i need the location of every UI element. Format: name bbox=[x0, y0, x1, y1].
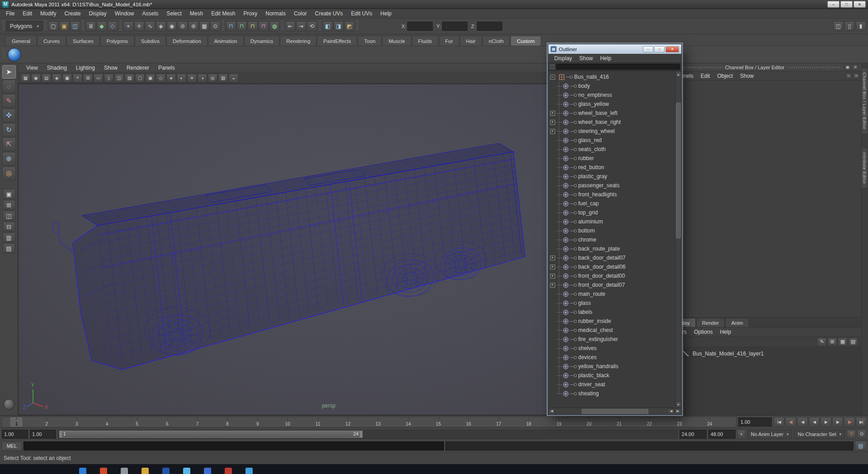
outliner-maximize-button[interactable]: □ bbox=[654, 46, 665, 52]
outliner-close-button[interactable]: ✕ bbox=[665, 46, 679, 52]
menu-modify[interactable]: Modify bbox=[36, 9, 60, 19]
command-result-area[interactable] bbox=[445, 441, 854, 450]
range-options-caret[interactable]: ▾ bbox=[737, 430, 745, 439]
outliner-titlebar[interactable]: ▦ Outliner –□✕ bbox=[548, 44, 681, 54]
outliner-menu-show[interactable]: Show bbox=[576, 54, 596, 63]
shelf-tab-curves[interactable]: Curves bbox=[37, 36, 66, 46]
custom-shelf-script-button[interactable] bbox=[8, 48, 21, 62]
snap-grid-icon[interactable]: ⊓ bbox=[226, 21, 236, 31]
taskbar-app-icon-9[interactable] bbox=[245, 468, 253, 474]
layer-edit-icon[interactable]: ✎ bbox=[817, 338, 826, 346]
outliner-item-sheating[interactable]: sheating bbox=[548, 389, 681, 398]
outliner-item-steering-wheel[interactable]: +steering_wheel bbox=[548, 127, 681, 136]
new-scene-icon[interactable]: ▢ bbox=[48, 21, 58, 31]
toggle-attribute-editor-icon[interactable]: ◫ bbox=[833, 21, 843, 31]
separator-grip[interactable] bbox=[3, 49, 5, 60]
outliner-item-labels[interactable]: labels bbox=[548, 308, 681, 317]
exposure-icon[interactable]: ◒ bbox=[229, 74, 238, 82]
lock-camera-icon[interactable]: ◉ bbox=[31, 74, 41, 82]
outliner-item-no-emptiness[interactable]: no_emptiness bbox=[548, 90, 681, 100]
outliner-minimize-button[interactable]: – bbox=[643, 46, 653, 52]
outliner-item-front-door-detail07[interactable]: +front_door_detail07 bbox=[548, 280, 681, 289]
image-plane-icon[interactable]: ▣ bbox=[62, 74, 72, 82]
lasso-select-tool[interactable]: ◌ bbox=[2, 80, 16, 93]
taskbar-app-icon-8[interactable] bbox=[225, 468, 232, 474]
outliner-item-shelves[interactable]: shelves bbox=[548, 344, 681, 353]
outliner-item-fuel-cap[interactable]: fuel_cap bbox=[548, 199, 681, 208]
layer-menu-options[interactable]: Options bbox=[690, 327, 716, 337]
select-points-icon[interactable]: ⌖ bbox=[123, 21, 133, 31]
channel-speed-icon[interactable]: ∿ bbox=[845, 73, 852, 79]
taskbar-app-icon-1[interactable] bbox=[79, 468, 86, 474]
outliner-item-top-grid[interactable]: top_grid bbox=[548, 208, 681, 217]
animation-end-field[interactable] bbox=[708, 430, 736, 439]
shelf-tab-muscle[interactable]: Muscle bbox=[382, 36, 411, 46]
outliner-filter-icon[interactable] bbox=[550, 64, 555, 69]
drag-handle-dots[interactable] bbox=[787, 66, 842, 68]
step-back-key-button[interactable]: ◀| bbox=[785, 417, 796, 427]
panel-menu-view[interactable]: View bbox=[22, 63, 42, 72]
outliner-item-devices[interactable]: devices bbox=[548, 353, 681, 362]
layer-tab-anim[interactable]: Anim bbox=[725, 318, 749, 327]
y-coordinate-field[interactable] bbox=[442, 22, 467, 31]
select-misc-icon[interactable]: ⊙ bbox=[210, 21, 220, 31]
shelf-tab-surfaces[interactable]: Surfaces bbox=[66, 36, 99, 46]
shelf-tab-rendering[interactable]: Rendering bbox=[280, 36, 316, 46]
maximize-button[interactable]: □ bbox=[840, 1, 853, 8]
shelf-tab-fluids[interactable]: Fluids bbox=[412, 36, 439, 46]
layout-persp-side[interactable]: ▤ bbox=[3, 243, 15, 253]
make-live-icon[interactable]: ◍ bbox=[269, 21, 279, 31]
outliner-item-aluminium[interactable]: aluminium bbox=[548, 217, 681, 226]
menu-edit[interactable]: Edit bbox=[19, 9, 36, 19]
scrollbar-thumb[interactable] bbox=[676, 103, 681, 238]
select-surfaces-icon[interactable]: ◈ bbox=[156, 21, 166, 31]
layout-hypershade-persp[interactable]: ▥ bbox=[3, 232, 15, 242]
layer-new-icon[interactable]: ⊞ bbox=[828, 338, 837, 346]
range-start-handle[interactable] bbox=[60, 431, 62, 437]
expand-toggle-icon[interactable]: − bbox=[550, 75, 555, 80]
outliner-item-back-door-detail07[interactable]: +back_door_detail07 bbox=[548, 253, 681, 262]
select-dynamics-icon[interactable]: ⊛ bbox=[189, 21, 198, 31]
range-slider-track[interactable]: 1 24 bbox=[58, 430, 678, 439]
channelbox-menu-show[interactable]: Show bbox=[736, 71, 757, 81]
separator-grip[interactable] bbox=[119, 21, 122, 32]
menu-window[interactable]: Window bbox=[111, 9, 138, 19]
tab-attribute-editor[interactable]: Attribute Editor bbox=[862, 147, 868, 189]
render-settings-icon[interactable]: ◩ bbox=[344, 21, 354, 31]
scroll-right-icon[interactable]: ▶ bbox=[675, 408, 681, 414]
expand-toggle-icon[interactable]: + bbox=[550, 111, 555, 116]
outliner-item-back-door-detail06[interactable]: +back_door_detail06 bbox=[548, 262, 681, 271]
layer-row[interactable]: Bus_Nabi_Model_416_layer1 bbox=[665, 349, 861, 359]
toggle-tool-settings-icon[interactable]: ▯ bbox=[844, 21, 854, 31]
outliner-item-chrome[interactable]: chrome bbox=[548, 235, 681, 244]
output-connections-icon[interactable]: ⇥ bbox=[296, 21, 306, 31]
menu-mesh[interactable]: Mesh bbox=[186, 9, 207, 19]
play-backwards-button[interactable]: ◀ bbox=[809, 417, 820, 427]
snap-curve-icon[interactable]: ⊓ bbox=[237, 21, 247, 31]
channelbox-menu-object[interactable]: Object bbox=[713, 71, 736, 81]
universal-manipulator-tool[interactable]: ⊕ bbox=[2, 152, 16, 166]
menu-set-dropdown[interactable]: Polygons ▾ bbox=[6, 21, 42, 31]
shelf-tab-polygons[interactable]: Polygons bbox=[100, 36, 134, 46]
layout-persp-graph[interactable]: ⊟ bbox=[3, 222, 15, 232]
panel-menu-lighting[interactable]: Lighting bbox=[71, 63, 99, 72]
paint-select-tool[interactable]: ✎ bbox=[2, 94, 16, 108]
separator-grip[interactable] bbox=[44, 21, 47, 32]
menu-proxy[interactable]: Proxy bbox=[240, 9, 262, 19]
panel-menu-panels[interactable]: Panels bbox=[154, 63, 179, 72]
outliner-horizontal-scrollbar[interactable]: ◀ ◀ ▶ bbox=[548, 408, 681, 414]
lights-icon[interactable]: ☀ bbox=[187, 74, 197, 82]
outliner-item-bus-nabi-416[interactable]: −Bus_nabi_416 bbox=[548, 72, 681, 81]
shelf-tab-toon[interactable]: Toon bbox=[358, 36, 382, 46]
outliner-item-glass-red[interactable]: glass_red bbox=[548, 136, 681, 145]
shelf-tab-animation[interactable]: Animation bbox=[208, 36, 244, 46]
panel-menu-renderer[interactable]: Renderer bbox=[122, 63, 154, 72]
layout-persp-outliner[interactable]: ◫ bbox=[3, 211, 15, 221]
outliner-item-glass-yellow[interactable]: glass_yellow bbox=[548, 100, 681, 109]
separator-grip[interactable] bbox=[281, 21, 283, 32]
outliner-menu-help[interactable]: Help bbox=[596, 54, 615, 63]
layer-menu-help[interactable]: Help bbox=[716, 327, 735, 337]
taskbar-app-icon-2[interactable] bbox=[100, 468, 107, 474]
script-editor-icon[interactable]: ▤ bbox=[855, 441, 867, 451]
outliner-item-medical-chest[interactable]: medical_chest bbox=[548, 326, 681, 335]
